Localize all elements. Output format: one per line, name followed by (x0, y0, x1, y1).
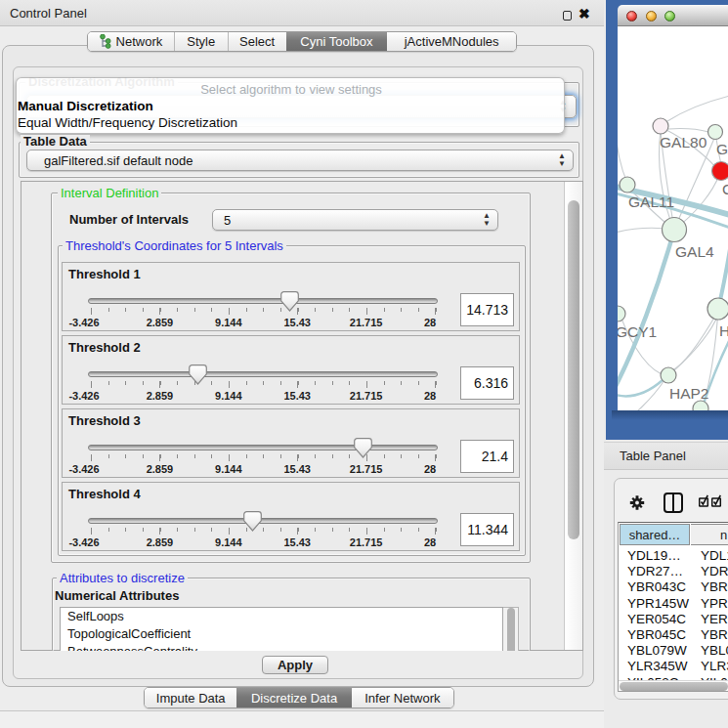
svg-text:GAL11: GAL11 (628, 193, 674, 210)
svg-text:GAL4: GAL4 (675, 243, 714, 260)
svg-text:C: C (722, 181, 728, 197)
svg-text:GAL80: GAL80 (660, 134, 707, 150)
svg-text:HAP2: HAP2 (669, 385, 709, 402)
svg-text:H: H (719, 322, 728, 339)
svg-text:GA: GA (716, 141, 728, 157)
svg-text:GCY1: GCY1 (618, 323, 657, 340)
